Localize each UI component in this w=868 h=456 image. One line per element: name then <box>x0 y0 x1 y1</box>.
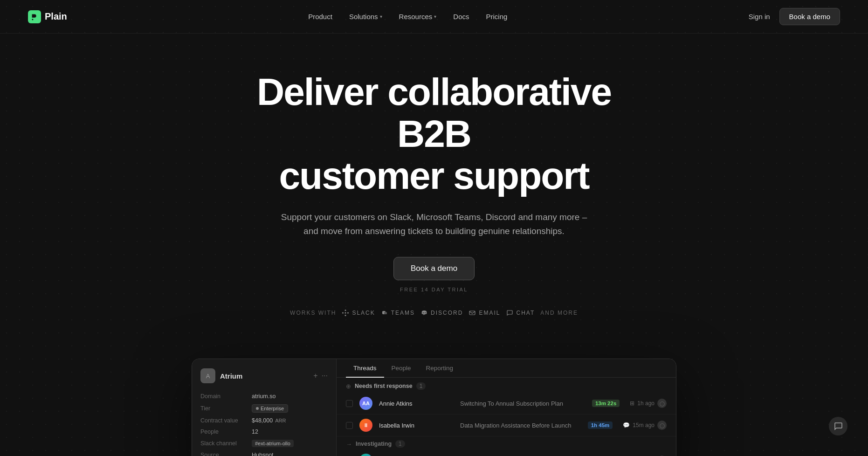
sidebar-header: A Atrium + ··· <box>192 368 336 391</box>
works-with-label: WORKS WITH <box>290 310 336 316</box>
tab-threads[interactable]: Threads <box>346 359 384 377</box>
nav-solutions[interactable]: Solutions ▾ <box>349 13 382 21</box>
chevron-down-icon: ▾ <box>434 14 436 19</box>
avatar: II <box>359 419 372 432</box>
teams-label: TEAMS <box>391 310 415 316</box>
nav-docs[interactable]: Docs <box>453 13 469 21</box>
works-with-bar: WORKS WITH SLACK TEAMS <box>9 309 859 317</box>
thread-checkbox[interactable] <box>346 422 353 429</box>
thread-row[interactable]: II Isabella Irwin Data Migration Assista… <box>337 415 676 436</box>
thread-subject: Data Migration Assistance Before Launch <box>460 422 581 429</box>
svg-rect-0 <box>32 19 34 20</box>
contract-label: Contract value <box>200 417 252 424</box>
hero-trial-text: FREE 14 DAY TRIAL <box>9 287 859 292</box>
contract-field: Contract value $48,000 ARR <box>192 415 336 426</box>
tab-reporting[interactable]: Reporting <box>419 359 461 377</box>
email-integration: EMAIL <box>468 309 500 317</box>
svg-rect-2 <box>345 310 346 311</box>
nav-pricing[interactable]: Pricing <box>486 13 507 21</box>
company-avatar: A <box>200 368 215 383</box>
more-icon[interactable]: ··· <box>322 372 328 380</box>
thread-user-icon: ◯ <box>657 421 667 430</box>
logo-icon <box>28 10 41 23</box>
sidebar-company: A Atrium <box>200 368 242 383</box>
thread-ago: 1h ago <box>637 400 654 407</box>
thread-checkbox[interactable] <box>346 400 353 407</box>
nav-resources[interactable]: Resources ▾ <box>399 13 437 21</box>
app-tabs: Threads People Reporting <box>337 359 676 378</box>
discord-integration: DISCORD <box>420 309 463 317</box>
tab-people[interactable]: People <box>384 359 419 377</box>
discord-label: DISCORD <box>431 310 463 316</box>
logo[interactable]: Plain <box>28 10 67 23</box>
nav-actions: Sign in Book a demo <box>749 8 840 25</box>
source-field: Source Hubspot <box>192 449 336 456</box>
thread-name: Annie Atkins <box>379 400 454 407</box>
app-mockup: A Atrium + ··· Domain atrium.so Tier <box>192 359 676 456</box>
thread-ago: 15m ago <box>633 422 654 428</box>
chat-label: CHAT <box>516 310 535 316</box>
thread-row[interactable]: AA Annie Atkins Switching To Annual Subs… <box>337 393 676 415</box>
and-more-label: AND MORE <box>540 310 578 316</box>
email-label: EMAIL <box>479 310 500 316</box>
domain-label: Domain <box>200 393 252 400</box>
investigating-label: Investigating <box>356 441 392 447</box>
app-sidebar: A Atrium + ··· Domain atrium.so Tier <box>192 359 337 456</box>
slack-label: SLACK <box>352 310 375 316</box>
contract-value: $48,000 <box>252 417 273 424</box>
needs-response-header: ⊕ Needs first response 1 <box>337 378 676 393</box>
teams-icon <box>381 309 388 317</box>
arr-badge: ARR <box>275 418 286 423</box>
thread-name: Isabella Irwin <box>379 422 454 429</box>
svg-rect-7 <box>384 312 387 314</box>
thread-time-badge: 13m 22s <box>592 400 620 407</box>
discord-icon <box>420 309 428 317</box>
logo-text: Plain <box>45 11 67 22</box>
chat-integration: CHAT <box>506 309 535 317</box>
add-icon[interactable]: + <box>313 372 317 380</box>
chat-widget-button[interactable] <box>829 417 847 435</box>
people-field: People 12 <box>192 426 336 437</box>
svg-rect-5 <box>347 312 349 314</box>
investigating-header: → Investigating 1 <box>337 436 676 449</box>
email-icon <box>468 309 476 317</box>
nav-book-demo-button[interactable]: Book a demo <box>779 8 840 25</box>
needs-response-count: 1 <box>416 382 426 390</box>
investigating-count: 1 <box>395 440 405 448</box>
slack-channel-value: #ext-atrium-ollo <box>252 440 294 447</box>
nav-links: Product Solutions ▾ Resources ▾ Docs Pri… <box>308 13 507 21</box>
avatar: CC <box>359 454 372 456</box>
thread-row[interactable]: CC Carson Cooper Data Migration Assistan… <box>337 449 676 456</box>
people-value: 12 <box>252 428 258 435</box>
investigating-icon: → <box>346 441 352 448</box>
thread-icon: ⊞ <box>630 400 634 407</box>
tier-badge: Enterprise <box>252 404 288 413</box>
source-label: Source <box>200 452 252 456</box>
slack-channel-label: Slack channel <box>200 440 252 447</box>
hero-title: Deliver collaborative B2B customer suppo… <box>224 71 644 197</box>
app-main: Threads People Reporting ⊕ Needs first r… <box>337 359 676 456</box>
svg-point-8 <box>423 312 424 313</box>
company-name: Atrium <box>220 372 242 380</box>
hero-section: Deliver collaborative B2B customer suppo… <box>0 34 868 359</box>
tier-field: Tier Enterprise <box>192 402 336 415</box>
source-value: Hubspot <box>252 452 274 456</box>
nav-product[interactable]: Product <box>308 13 332 21</box>
avatar: AA <box>359 397 372 410</box>
people-label: People <box>200 428 252 435</box>
svg-rect-4 <box>345 315 346 316</box>
needs-response-label: Needs first response <box>355 383 413 389</box>
slack-integration: SLACK <box>342 309 375 317</box>
domain-field: Domain atrium.so <box>192 391 336 402</box>
tier-label: Tier <box>200 405 252 412</box>
svg-rect-10 <box>469 311 475 315</box>
svg-point-9 <box>425 312 426 313</box>
hero-cta-button[interactable]: Book a demo <box>393 257 475 280</box>
sidebar-actions: + ··· <box>313 372 328 380</box>
slack-channel-field: Slack channel #ext-atrium-ollo <box>192 437 336 449</box>
thread-chat-icon: 💬 <box>623 422 630 428</box>
thread-user-icon: ◯ <box>657 399 667 408</box>
sign-in-link[interactable]: Sign in <box>749 13 770 21</box>
svg-rect-3 <box>345 312 346 314</box>
slack-icon <box>342 309 349 317</box>
